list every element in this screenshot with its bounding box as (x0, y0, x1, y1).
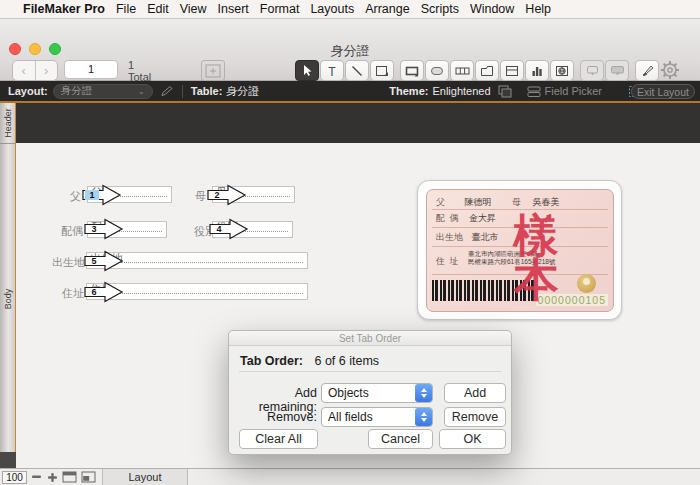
dialog-title: Set Tab Order (229, 331, 511, 346)
popover-tool-button[interactable] (605, 60, 629, 81)
header-part-area[interactable] (16, 103, 700, 143)
formatting-bar-icon (62, 471, 77, 483)
popover-tool-icon (610, 65, 625, 77)
part-label-strip: Header Body (0, 103, 16, 468)
chart-tool-button[interactable] (525, 60, 549, 81)
body-part-tab[interactable]: Body (0, 145, 16, 452)
total-count: 1 (128, 59, 151, 71)
window-title: 身分證 (0, 42, 700, 60)
add-remaining-select[interactable]: Objects (321, 383, 433, 403)
plus-icon (47, 472, 58, 483)
tab-order-arrow-3[interactable]: 3 (84, 218, 124, 240)
field-label[interactable]: 父 (70, 189, 81, 204)
button-bar-tool-button[interactable] (450, 60, 474, 81)
layout-select[interactable]: 身分證 ⌄ (53, 84, 153, 99)
shape-tool-button[interactable] (370, 60, 394, 81)
menu-file[interactable]: File (116, 2, 136, 16)
tab-order-arrow-6[interactable]: 6 (84, 281, 124, 303)
menu-edit[interactable]: Edit (147, 2, 169, 16)
popover-button-tool-button[interactable] (580, 60, 604, 81)
card-spouse-label: 配 偶 (436, 213, 460, 223)
header-part-label: Header (3, 108, 13, 138)
menu-format[interactable]: Format (260, 2, 300, 16)
menu-filemaker-pro[interactable]: FileMaker Pro (23, 2, 105, 16)
layout-select-value: 身分證 (61, 84, 93, 98)
add-button[interactable]: Add (444, 383, 506, 403)
web-viewer-tool-button[interactable] (550, 60, 574, 81)
text-tool-button[interactable]: T (320, 60, 344, 81)
cursor-arrow-icon (302, 64, 313, 77)
new-layout-icon (205, 64, 221, 78)
line-tool-button[interactable] (345, 60, 369, 81)
button-tool-icon (430, 65, 444, 77)
layout-number-field[interactable]: 1 (64, 60, 118, 79)
zoom-level-field[interactable]: 100 (2, 471, 27, 484)
table-label: Table: (191, 85, 223, 97)
layout-bar: Layout: 身分證 ⌄ Table: 身分證 Theme: Enlighte… (0, 81, 700, 103)
portal-tool-button[interactable] (500, 60, 524, 81)
remove-button[interactable]: Remove (444, 407, 506, 427)
theme-value: Enlightened (432, 85, 490, 97)
table-value: 身分證 (226, 84, 259, 99)
status-toolbar-icon (81, 471, 96, 483)
zoom-out-button[interactable] (31, 472, 43, 482)
field-label[interactable]: 配偶 (61, 224, 83, 239)
new-layout-report-button[interactable] (201, 60, 225, 81)
theme-icon[interactable] (498, 85, 513, 98)
web-viewer-tool-icon (555, 65, 569, 77)
exit-layout-button[interactable]: Exit Layout (631, 84, 695, 99)
ok-button[interactable]: OK (439, 429, 506, 449)
field-picker-label: Field Picker (545, 85, 602, 97)
rectangle-tool-icon (375, 65, 389, 77)
zoom-in-button[interactable] (47, 472, 58, 483)
field-label[interactable]: 出生地 (52, 255, 85, 270)
field-tool-icon (405, 65, 419, 77)
mode-popup-layout[interactable]: Layout (102, 469, 188, 485)
tab-order-summary-label: Tab Order: (240, 354, 303, 368)
layout-tools-group: T (295, 60, 660, 81)
button-bar-tool-icon (455, 65, 470, 77)
clear-all-button[interactable]: Clear All (239, 429, 318, 449)
tab-control-tool-button[interactable] (475, 60, 499, 81)
divider (239, 371, 501, 372)
tab-order-arrow-5[interactable]: 5 (84, 250, 124, 272)
menu-bar: FileMaker Pro File Edit View Insert Form… (0, 0, 700, 19)
menu-scripts[interactable]: Scripts (421, 2, 459, 16)
remove-select[interactable]: All fields (321, 407, 433, 427)
selection-tool-button[interactable] (295, 60, 319, 81)
menu-view[interactable]: View (180, 2, 207, 16)
tab-order-arrow-2[interactable]: 2 (207, 184, 247, 206)
menu-window[interactable]: Window (470, 2, 514, 16)
field-picker-button[interactable]: Field Picker (527, 85, 602, 97)
body-part-label: Body (3, 288, 13, 309)
menu-help[interactable]: Help (525, 2, 551, 16)
toggle-status-toolbar-button[interactable] (81, 471, 96, 483)
tab-order-arrow-1[interactable]: 1 (82, 184, 122, 206)
header-part-tab[interactable]: Header (0, 103, 16, 144)
chart-tool-icon (531, 65, 543, 77)
edit-layout-pencil-icon[interactable] (160, 85, 174, 97)
screen: FileMaker Pro File Edit View Insert Form… (0, 0, 700, 485)
field-label[interactable]: 母 (195, 189, 206, 204)
id-card-image[interactable]: 父 陳德明 母 吳春美 配 偶 金大昇 出生地 臺北市 住 址 臺北市內湖區葫洲… (417, 180, 622, 320)
field-label[interactable]: 住址 (62, 286, 84, 301)
stepper-icon (415, 408, 432, 426)
chevron-down-icon: ⌄ (138, 87, 145, 96)
back-arrow-icon[interactable]: ‹ (13, 61, 36, 80)
layout-nav-control[interactable]: ‹ › (12, 60, 58, 81)
menu-arrange[interactable]: Arrange (365, 2, 409, 16)
forward-arrow-icon[interactable]: › (36, 61, 58, 80)
remove-label: Remove: (233, 410, 317, 424)
card-father-label: 父 (436, 197, 446, 207)
cancel-button[interactable]: Cancel (368, 429, 433, 449)
field-tool-button[interactable] (400, 60, 424, 81)
card-mother-label: 母 (512, 197, 522, 207)
menu-insert[interactable]: Insert (218, 2, 249, 16)
button-tool-button[interactable] (425, 60, 449, 81)
menu-layouts[interactable]: Layouts (310, 2, 354, 16)
toggle-formatting-bar-button[interactable] (62, 471, 77, 483)
tab-order-arrow-4[interactable]: 4 (209, 218, 249, 240)
line-tool-icon (351, 65, 363, 77)
card-birthplace-value: 臺北市 (472, 232, 499, 242)
remove-value: All fields (328, 410, 373, 424)
